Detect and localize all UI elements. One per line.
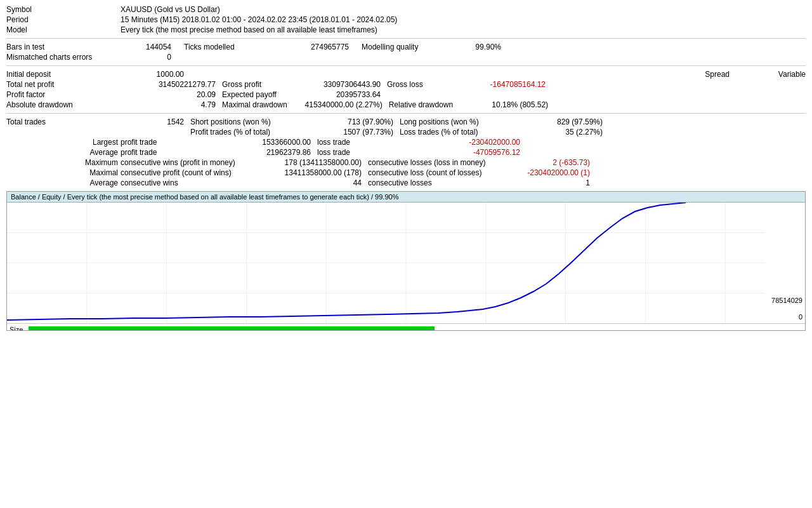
symbol-label: Symbol: [6, 5, 121, 14]
maximal-label: Maximal: [6, 168, 121, 177]
consec-wins-value: 178 (13411358000.00): [266, 158, 362, 167]
maximal-drawdown-label: Maximal drawdown: [222, 100, 287, 109]
total-net-profit-label: Total net profit: [6, 80, 121, 89]
gross-profit-label: Gross profit: [222, 80, 285, 89]
total-trades-label: Total trades: [6, 117, 121, 126]
consec-wins2-value: 44: [266, 178, 362, 187]
largest-label: Largest: [6, 138, 121, 147]
consec-losses2-value: 1: [514, 178, 590, 187]
consec-profit-value: 13411358000.00 (178): [266, 168, 362, 177]
average-loss-label: loss trade: [317, 148, 438, 157]
largest-loss-value: -230402000.00: [438, 138, 520, 147]
mismatched-label: Mismatched charts errors: [6, 53, 121, 62]
loss-trades-value: 35 (2.27%): [520, 128, 603, 137]
average-label: Average: [6, 148, 121, 157]
consec-loss-label: consecutive loss (count of losses): [368, 168, 514, 177]
balance-chart: Balance / Equity / Every tick (the most …: [6, 191, 806, 331]
consec-wins2-label: consecutive wins: [121, 178, 266, 187]
divider-1: [6, 38, 806, 39]
chart-body: 78514029 0: [7, 203, 805, 323]
period-value: 15 Minutes (M15) 2018.01.02 01:00 - 2024…: [121, 15, 397, 24]
size-bar-container: Size: [7, 323, 805, 331]
gross-loss-label: Gross loss: [387, 80, 450, 89]
maximum-label: Maximum: [6, 158, 121, 167]
size-bar-green: [29, 326, 435, 331]
gross-profit-value: 33097306443.90: [285, 80, 381, 89]
loss-trades-label: Loss trades (% of total): [400, 128, 520, 137]
consec-profit-label: consecutive profit (count of wins): [121, 168, 266, 177]
relative-drawdown-value: 10.18% (805.52): [453, 100, 548, 109]
model-value: Every tick (the most precise method base…: [121, 25, 377, 34]
largest-loss-label: loss trade: [317, 138, 438, 147]
bars-label: Bars in test: [6, 43, 121, 51]
chart-grid-svg: [7, 203, 805, 323]
chart-header: Balance / Equity / Every tick (the most …: [7, 192, 805, 203]
long-label: Long positions (won %): [400, 117, 520, 126]
mismatched-value: 0: [121, 53, 171, 62]
profit-factor-label: Profit factor: [6, 90, 121, 99]
profit-trades-label: Profit trades (% of total): [190, 128, 311, 137]
bars-value: 144054: [121, 43, 171, 51]
size-label: Size: [10, 326, 29, 331]
model-label: Model: [6, 25, 121, 34]
chart-right-value: 78514029: [771, 297, 802, 304]
spread-value: Variable: [730, 70, 806, 79]
symbol-value: XAUUSD (Gold vs US Dollar): [121, 5, 220, 14]
profit-trades-value: 1507 (97.73%): [311, 128, 393, 137]
period-label: Period: [6, 15, 121, 24]
largest-profit-value: 153366000.00: [190, 138, 311, 147]
initial-deposit-label: Initial deposit: [6, 70, 121, 79]
maximal-drawdown-value: 415340000.00 (2.27%): [287, 100, 383, 109]
absolute-drawdown-label: Absolute drawdown: [6, 100, 121, 109]
short-label: Short positions (won %): [190, 117, 311, 126]
expected-payoff-label: Expected payoff: [222, 90, 285, 99]
expected-payoff-value: 20395733.64: [285, 90, 381, 99]
average2-label: Average: [6, 178, 121, 187]
consec-losses-value: 2 (-635.73): [514, 158, 590, 167]
divider-2: [6, 65, 806, 66]
consec-loss-value: -230402000.00 (1): [514, 168, 590, 177]
ticks-value: 274965775: [273, 43, 349, 51]
ticks-label: Ticks modelled: [184, 43, 273, 51]
chart-zero-value: 0: [799, 313, 802, 321]
average-profit-value: 21962379.86: [190, 148, 311, 157]
total-net-profit-value: 31450221279.77: [121, 80, 216, 89]
largest-profit-label: profit trade: [121, 138, 184, 147]
relative-drawdown-label: Relative drawdown: [389, 100, 453, 109]
spread-label: Spread: [653, 70, 730, 79]
quality-label: Modelling quality: [362, 43, 450, 51]
average-profit-label: profit trade: [121, 148, 184, 157]
consec-losses-label: consecutive losses (loss in money): [368, 158, 514, 167]
average-loss-value: -47059576.12: [438, 148, 520, 157]
consec-losses2-label: consecutive losses: [368, 178, 514, 187]
short-value: 713 (97.90%): [311, 117, 393, 126]
consec-wins-label: consecutive wins (profit in money): [121, 158, 266, 167]
profit-factor-value: 20.09: [121, 90, 216, 99]
long-value: 829 (97.59%): [520, 117, 603, 126]
quality-value: 99.90%: [450, 43, 501, 51]
gross-loss-value: -1647085164.12: [450, 80, 546, 89]
absolute-drawdown-value: 4.79: [121, 100, 216, 109]
divider-3: [6, 113, 806, 114]
total-trades-value: 1542: [121, 117, 184, 126]
initial-deposit-value: 1000.00: [121, 70, 184, 79]
